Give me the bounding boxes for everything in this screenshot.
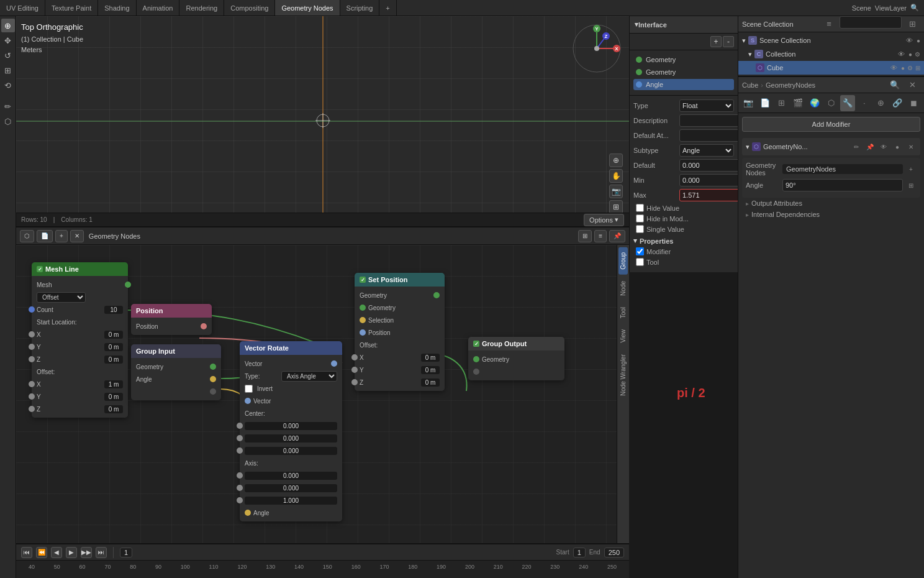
prev-frame-btn[interactable]: ◀ (51, 547, 62, 558)
grid-toggle[interactable]: ⊞ (609, 200, 623, 214)
cursor-tool[interactable]: ⊕ (1, 19, 15, 32)
go-geometry-in-socket[interactable] (473, 356, 479, 362)
pan-view[interactable]: ✋ (609, 169, 623, 183)
node-group-input[interactable]: Group Input Geometry Angle (131, 344, 221, 400)
vr-cy[interactable]: 0.000 (245, 434, 337, 443)
vr-center-x-row[interactable]: 0.000 (240, 420, 342, 432)
vr-invert-row[interactable]: Invert (240, 382, 342, 395)
offset-z-socket[interactable] (29, 406, 35, 412)
world-btn[interactable]: 🌍 (807, 95, 823, 111)
outliner-filter[interactable]: ≡ (821, 16, 837, 32)
search-btn[interactable]: 🔍 (887, 77, 903, 93)
start-z-row[interactable]: Z 0 m (32, 353, 128, 365)
prev-keyframe-btn[interactable]: ⏪ (36, 547, 47, 558)
offset-z-row[interactable]: Z 0 m (32, 403, 128, 415)
offset-x-row[interactable]: X 1 m (32, 378, 128, 390)
offset-x-value[interactable]: 1 m (104, 380, 123, 388)
angle-driver-btn[interactable]: ⊞ (905, 180, 917, 191)
side-tab-node-wrangler[interactable]: Node Wrangler (618, 349, 628, 401)
breadcrumb-item-cube[interactable]: Cube (742, 81, 758, 89)
tab-uv-editing[interactable]: UV Editing (0, 0, 45, 16)
node-set-position[interactable]: ✓ Set Position Geometry Geometry (355, 273, 445, 391)
scale-tool[interactable]: ⊞ (1, 63, 15, 77)
node-options[interactable]: ≡ (594, 230, 607, 242)
remove-interface-item[interactable]: - (723, 36, 734, 47)
modifier-edit-btn[interactable]: ✏ (851, 141, 862, 152)
vr-ay-socket[interactable] (237, 485, 243, 491)
play-btn[interactable]: ▶ (66, 547, 77, 558)
vr-ax-socket[interactable] (237, 472, 243, 479)
collection-render-icon[interactable]: ● (908, 51, 912, 58)
annotate-tool[interactable]: ✏ (1, 99, 15, 113)
tab-scripting[interactable]: Scripting (340, 0, 380, 16)
outliner-options[interactable]: ⊞ (904, 16, 920, 32)
node-editor-new[interactable]: + (55, 230, 68, 242)
search-icon[interactable]: 🔍 (910, 4, 919, 12)
start-frame[interactable]: 1 (573, 548, 586, 557)
modifier-name[interactable]: GeometryNo... (763, 143, 808, 150)
mesh-line-check[interactable]: ✓ (37, 266, 43, 272)
sp-position-socket[interactable] (360, 329, 366, 336)
vr-cz-socket[interactable] (237, 447, 243, 454)
vr-angle-socket[interactable] (245, 510, 251, 516)
move-tool[interactable]: ✥ (1, 34, 15, 47)
outliner-search-input[interactable] (840, 16, 902, 29)
output-attributes-section[interactable]: ▸ Output Attributes (742, 198, 920, 209)
outliner-scene-collection[interactable]: ▾ S Scene Collection 👁 ● (738, 34, 924, 47)
offset-y-row[interactable]: Y 0 m (32, 390, 128, 403)
sp-x-socket[interactable] (351, 354, 358, 360)
vr-cy-socket[interactable] (237, 435, 243, 441)
offset-z-value[interactable]: 0 m (104, 405, 123, 413)
transform-tool[interactable]: ⟲ (1, 78, 15, 92)
single-value-checkbox[interactable] (636, 225, 644, 233)
tool-row[interactable]: Tool (633, 258, 734, 266)
sp-geometry-in-socket[interactable] (360, 305, 366, 311)
start-z-value[interactable]: 0 m (104, 356, 123, 364)
side-tab-group[interactable]: Group (618, 247, 628, 275)
hide-value-checkbox[interactable] (636, 204, 644, 212)
vr-az-socket[interactable] (237, 497, 243, 503)
end-frame[interactable]: 250 (604, 548, 624, 557)
vr-cz[interactable]: 0.000 (245, 447, 337, 455)
zoom-to-fit[interactable]: ⊕ (609, 154, 623, 167)
side-tab-node[interactable]: Node (618, 276, 628, 301)
internal-deps-section[interactable]: ▸ Internal Dependencies (742, 209, 920, 220)
vr-cx[interactable]: 0.000 (245, 422, 337, 430)
close-props-btn[interactable]: ✕ (904, 77, 920, 93)
mesh-line-out-socket[interactable] (125, 282, 131, 288)
subtype-select[interactable]: Angle None (679, 144, 734, 157)
tab-animation[interactable]: Animation (137, 0, 180, 16)
tab-compositing[interactable]: Compositing (224, 0, 275, 16)
node-editor-icon2[interactable]: 📄 (37, 230, 53, 242)
side-tab-tool[interactable]: Tool (618, 302, 628, 323)
group-input-angle-socket[interactable] (210, 376, 216, 382)
node-vector-rotate[interactable]: Vector Rotate Vector Type: Axis Angle (240, 341, 342, 521)
timeline-ruler[interactable]: 40 50 60 70 80 90 100 110 120 130 140 15… (16, 561, 629, 578)
jump-start-btn[interactable]: ⏮ (21, 547, 32, 558)
tab-shading[interactable]: Shading (98, 0, 136, 16)
vr-vector-out-socket[interactable] (331, 360, 337, 367)
modifier-row[interactable]: Modifier (633, 247, 734, 255)
vr-ax[interactable]: 0.000 (245, 472, 337, 480)
group-output-check[interactable]: ✓ (473, 341, 479, 347)
node-overlay[interactable]: ⊞ (578, 230, 592, 242)
set-position-check[interactable]: ✓ (360, 277, 366, 283)
cube-render-icon[interactable]: ● (901, 65, 905, 71)
tab-add[interactable]: + (379, 0, 396, 16)
sp-y-socket[interactable] (351, 367, 358, 373)
offset-y-socket[interactable] (29, 393, 35, 400)
vr-type-select[interactable]: Axis Angle (281, 371, 337, 382)
vr-axis-x-row[interactable]: 0.000 (240, 469, 342, 482)
hide-value-row[interactable]: Hide Value (633, 204, 734, 212)
modifier-close-btn[interactable]: ✕ (905, 141, 917, 152)
sp-selection-socket[interactable] (360, 317, 366, 323)
node-mesh-line[interactable]: ✓ Mesh Line Mesh Offset End Points (32, 262, 128, 418)
outliner-collection[interactable]: ▾ C Collection 👁 ● ⚙ (738, 47, 924, 61)
angle-prop-input[interactable]: 90° (782, 179, 903, 191)
sp-z-row[interactable]: Z 0 m (355, 376, 445, 388)
interface-item-geometry-in[interactable]: Geometry (633, 67, 734, 78)
single-value-row[interactable]: Single Value (633, 225, 734, 233)
tool-checkbox[interactable] (636, 258, 644, 266)
physics-btn[interactable]: ⊕ (873, 95, 889, 111)
particles-btn[interactable]: · (856, 95, 872, 111)
